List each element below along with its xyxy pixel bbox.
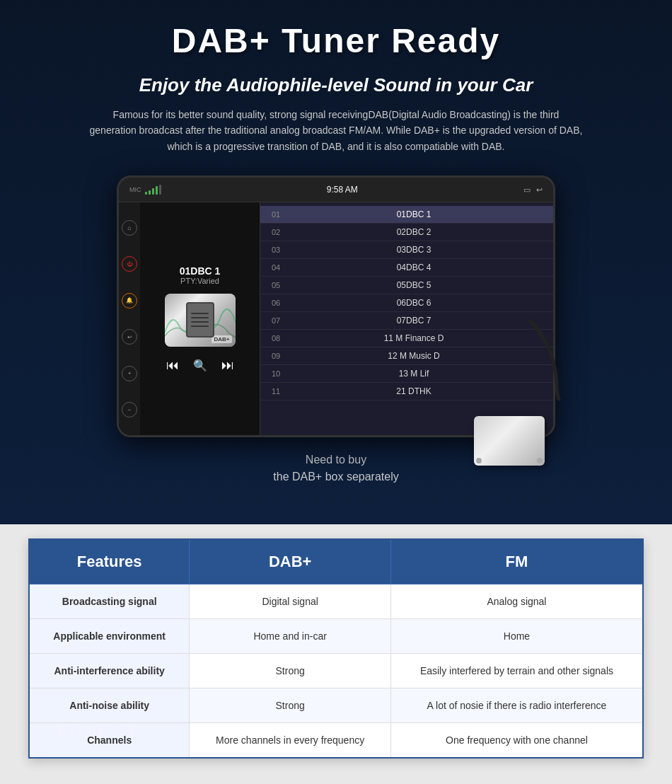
channel-num: 09 (269, 352, 283, 360)
speaker-line-4 (191, 325, 209, 327)
signal-bar-3 (152, 188, 154, 195)
top-right-icons: ▭ ↩ (523, 185, 543, 195)
dab-box-screw (537, 458, 543, 463)
battery-icon: ▭ (523, 185, 531, 195)
prev-button[interactable]: ⏮ (166, 358, 179, 373)
feature-cell: Anti-noise ability (29, 688, 190, 723)
radio-image: DAB+ (165, 294, 236, 347)
signal-bar-5 (159, 185, 161, 195)
screen-left-icons: MIC (129, 185, 161, 195)
dab-cell: Strong (190, 688, 391, 723)
dab-accessory (474, 314, 587, 466)
fm-cell: Home (390, 619, 643, 654)
side-btn-back[interactable]: ↩ (122, 329, 137, 345)
channel-num: 03 (269, 246, 283, 254)
channel-item[interactable]: 0101DBC 1 (260, 206, 553, 224)
side-btn-bell[interactable]: 🔔 (122, 293, 137, 309)
next-button[interactable]: ⏭ (221, 358, 234, 373)
power-icon: ⏻ (127, 261, 132, 267)
search-button[interactable]: 🔍 (193, 359, 207, 372)
fm-cell: Easily interfered by terrain and other s… (390, 654, 643, 688)
fm-cell: Analog signal (390, 584, 643, 619)
channel-name-item: 03DBC 3 (283, 245, 545, 255)
channel-num: 04 (269, 263, 283, 272)
signal-bar-1 (145, 192, 147, 195)
col-header-fm: FM (390, 539, 643, 584)
speaker-lines (191, 313, 209, 327)
vol-up-icon: + (128, 370, 132, 376)
table-row: Applicable environment Home and in-car H… (29, 619, 643, 654)
home-icon: ⌂ (127, 224, 131, 231)
table-header: Features DAB+ FM (29, 539, 643, 584)
header-row: Features DAB+ FM (29, 539, 643, 584)
channel-name-item: 05DBC 5 (283, 280, 545, 290)
dab-cell: More channels in every frequency (190, 723, 391, 759)
feature-cell: Applicable environment (29, 619, 190, 654)
bottom-section: Features DAB+ FM Broadcasting signal Dig… (0, 524, 672, 780)
fm-cell: A lot of nosie if there is radio interfe… (390, 688, 643, 723)
time-display: 9:58 AM (327, 185, 358, 195)
back-nav-icon: ↩ (127, 334, 132, 340)
dab-cell: Strong (190, 654, 391, 688)
channel-num: 11 (269, 387, 283, 396)
channel-name-item: 01DBC 1 (283, 209, 545, 219)
dab-cell: Digital signal (190, 584, 391, 619)
feature-cell: Anti-interference ability (29, 654, 190, 688)
speaker-line-3 (191, 321, 209, 323)
channel-num: 07 (269, 316, 283, 325)
table-row: Broadcasting signal Digital signal Analo… (29, 584, 643, 619)
side-btn-power[interactable]: ⏻ (122, 256, 137, 272)
main-title: DAB+ Tuner Ready (42, 21, 630, 60)
back-icon: ↩ (536, 185, 543, 195)
top-section: DAB+ Tuner Ready Enjoy the Audiophile-le… (0, 0, 672, 524)
channel-num: 01 (269, 210, 283, 219)
signal-bars (145, 185, 161, 195)
dab-label: DAB+ (212, 335, 231, 343)
subtitle: Enjoy the Audiophile-level Sound in your… (42, 74, 630, 96)
bell-icon: 🔔 (126, 297, 133, 304)
description: Famous for its better sound quality, str… (88, 107, 584, 154)
table-row: Anti-interference ability Strong Easily … (29, 654, 643, 688)
screen-left-content: 01DBC 1 PTY:Varied (144, 265, 257, 373)
screen-container: MIC 9:58 AM ▭ ↩ (42, 175, 630, 437)
channel-name-item: 06DBC 6 (283, 298, 545, 308)
channel-name-item: 04DBC 4 (283, 263, 545, 272)
signal-bar-4 (156, 186, 158, 195)
dab-cell: Home and in-car (190, 619, 391, 654)
dab-box-screw-2 (476, 458, 482, 463)
side-controls: ⌂ ⏻ 🔔 ↩ + (119, 202, 140, 435)
channel-num: 10 (269, 369, 283, 378)
feature-cell: Broadcasting signal (29, 584, 190, 619)
col-header-features: Features (29, 539, 190, 584)
cable-svg (474, 314, 587, 413)
col-header-dab: DAB+ (190, 539, 391, 584)
side-btn-vol-down[interactable]: − (122, 402, 137, 417)
channel-num: 06 (269, 299, 283, 307)
mic-label: MIC (129, 186, 141, 193)
screen-left-panel: ⌂ ⏻ 🔔 ↩ + (119, 202, 260, 435)
channel-num: 02 (269, 228, 283, 236)
channel-item[interactable]: 0202DBC 2 (260, 224, 553, 241)
channel-item[interactable]: 0404DBC 4 (260, 259, 553, 277)
pty-label: PTY:Varied (180, 277, 221, 285)
channel-name-item: 02DBC 2 (283, 227, 545, 237)
signal-bar-2 (149, 190, 151, 195)
watermark: FONENT (57, 722, 139, 742)
dab-box (474, 416, 545, 466)
channel-info: 01DBC 1 PTY:Varied (180, 265, 221, 285)
channel-item[interactable]: 0303DBC 3 (260, 241, 553, 259)
buy-note-line2: the DAB+ box separately (273, 471, 398, 483)
current-channel: 01DBC 1 (180, 265, 221, 277)
screen-time: 9:58 AM (327, 185, 358, 195)
side-btn-home[interactable]: ⌂ (122, 220, 137, 236)
buy-note-line1: Need to buy (306, 454, 366, 466)
radio-speaker (186, 302, 214, 338)
table-row: Anti-noise ability Strong A lot of nosie… (29, 688, 643, 723)
side-btn-vol-up[interactable]: + (122, 366, 137, 381)
channel-num: 05 (269, 281, 283, 289)
channel-item[interactable]: 0505DBC 5 (260, 277, 553, 294)
speaker-line-1 (191, 313, 209, 314)
screen-top-bar: MIC 9:58 AM ▭ ↩ (119, 178, 553, 202)
channel-item[interactable]: 0606DBC 6 (260, 294, 553, 312)
speaker-line-2 (191, 317, 209, 318)
